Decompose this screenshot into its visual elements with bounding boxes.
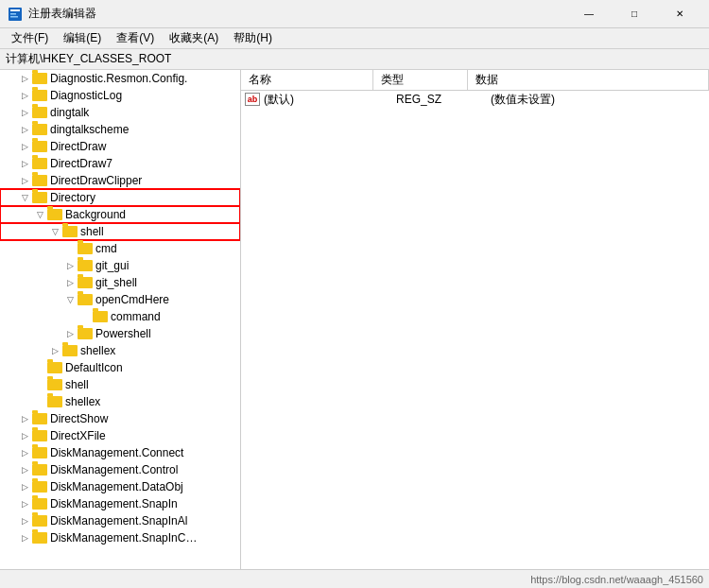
tree-item-diskmgmt-snapinal[interactable]: ▷ DiskManagement.SnapInAl (0, 512, 240, 529)
reg-type-icon: ab (245, 93, 260, 106)
tree-item-shell[interactable]: ▽ shell (0, 223, 240, 240)
item-label: shell (80, 225, 104, 238)
expand-icon: ▷ (17, 428, 32, 443)
tree-item-defaulticon[interactable]: ▷ DefaultIcon (0, 359, 240, 376)
item-label: Diagnostic.Resmon.Config. (50, 72, 187, 85)
col-header-name[interactable]: 名称 (241, 70, 373, 90)
folder-icon (47, 362, 62, 373)
tree-item-diskmgmt-snapinc[interactable]: ▷ DiskManagement.SnapInC… (0, 529, 240, 546)
folder-icon (93, 311, 108, 322)
menu-view[interactable]: 查看(V) (109, 28, 162, 48)
item-label: Background (65, 208, 126, 221)
item-label: DirectDraw (50, 140, 106, 153)
folder-icon (32, 141, 47, 152)
minimize-button[interactable]: — (567, 0, 611, 28)
folder-icon (32, 430, 47, 441)
tree-item-diskmgmt-dataobj[interactable]: ▷ DiskManagement.DataObj (0, 478, 240, 495)
folder-icon (32, 158, 47, 169)
expand-icon: ▷ (17, 530, 32, 545)
right-panel: 名称 类型 数据 ab (默认) REG_SZ (数值未设置) (241, 70, 709, 569)
folder-icon (47, 396, 62, 407)
expand-icon: ▽ (17, 190, 32, 205)
expand-icon: ▷ (17, 513, 32, 528)
item-label: git_shell (95, 276, 137, 289)
tree-item-diagnostic-resmon[interactable]: ▷ Diagnostic.Resmon.Config. (0, 70, 240, 87)
registry-row-default[interactable]: ab (默认) REG_SZ (数值未设置) (241, 91, 709, 108)
tree-item-diskmgmt-snapin[interactable]: ▷ DiskManagement.SnapIn (0, 495, 240, 512)
item-label: DirectShow (50, 412, 108, 425)
col-type-label: 类型 (381, 72, 404, 88)
menu-file[interactable]: 文件(F) (4, 28, 56, 48)
title-bar: 注册表编辑器 — □ ✕ (0, 0, 709, 28)
tree-item-directdrawclipper[interactable]: ▷ DirectDrawClipper (0, 172, 240, 189)
tree-item-command[interactable]: ▷ command (0, 308, 240, 325)
address-bar: 计算机\HKEY_CLASSES_ROOT (0, 49, 709, 70)
address-label: 计算机\HKEY_CLASSES_ROOT (6, 51, 171, 67)
item-label: openCmdHere (95, 293, 169, 306)
item-label: git_gui (95, 259, 129, 272)
tree-item-git-shell[interactable]: ▷ git_shell (0, 274, 240, 291)
main-content: ▷ Diagnostic.Resmon.Config. ▷ Diagnostic… (0, 70, 709, 569)
expand-icon: ▷ (62, 258, 78, 273)
tree-item-diskmgmt-connect[interactable]: ▷ DiskManagement.Connect (0, 444, 240, 461)
item-label: DiskManagement.Control (50, 463, 178, 476)
item-label: cmd (95, 242, 117, 255)
folder-icon (78, 294, 93, 305)
close-button[interactable]: ✕ (658, 0, 701, 28)
tree-item-directory[interactable]: ▽ Directory (0, 189, 240, 206)
tree-item-cmd[interactable]: ▷ cmd (0, 240, 240, 257)
expand-icon: ▷ (17, 122, 32, 137)
menu-edit[interactable]: 编辑(E) (56, 28, 109, 48)
item-label: Powershell (95, 327, 151, 340)
folder-icon (62, 226, 78, 237)
svg-rect-2 (10, 13, 16, 15)
folder-icon (32, 481, 47, 493)
window-title: 注册表编辑器 (28, 6, 567, 22)
tree-item-directdraw7[interactable]: ▷ DirectDraw7 (0, 155, 240, 172)
item-label: DiagnosticLog (50, 89, 122, 102)
tree-item-powershell[interactable]: ▷ Powershell (0, 325, 240, 342)
tree-item-diskmgmt-control[interactable]: ▷ DiskManagement.Control (0, 461, 240, 478)
tree-item-opencmdhere[interactable]: ▽ openCmdHere (0, 291, 240, 308)
expand-icon: ▷ (62, 275, 78, 290)
tree-item-shellex2[interactable]: ▷ shellex (0, 393, 240, 410)
expand-icon: ▽ (32, 207, 47, 222)
menu-bar: 文件(F) 编辑(E) 查看(V) 收藏夹(A) 帮助(H) (0, 28, 709, 49)
item-label: DiskManagement.SnapInC… (50, 531, 197, 545)
folder-icon (78, 328, 93, 339)
expand-icon: ▷ (17, 156, 32, 171)
expand-icon: ▷ (17, 173, 32, 188)
tree-item-background[interactable]: ▽ Background (0, 206, 240, 223)
col-header-type[interactable]: 类型 (373, 70, 468, 90)
item-label: dingtalkscheme (50, 123, 129, 136)
expand-icon: ▷ (17, 445, 32, 460)
tree-item-dingtalk[interactable]: ▷ dingtalk (0, 104, 240, 121)
maximize-button[interactable]: □ (613, 0, 656, 28)
expand-icon: ▷ (17, 88, 32, 103)
expand-icon: ▷ (17, 71, 32, 86)
tree-item-directdraw[interactable]: ▷ DirectDraw (0, 138, 240, 155)
expand-icon: ▷ (62, 326, 78, 341)
tree-item-git-gui[interactable]: ▷ git_gui (0, 257, 240, 274)
tree-item-diagnosticlog[interactable]: ▷ DiagnosticLog (0, 87, 240, 104)
col-header-data[interactable]: 数据 (468, 70, 709, 90)
reg-type: REG_SZ (396, 93, 491, 106)
folder-icon (47, 379, 62, 390)
tree-item-dingtalkscheme[interactable]: ▷ dingtalkscheme (0, 121, 240, 138)
menu-help[interactable]: 帮助(H) (226, 28, 280, 48)
item-label: DirectDrawClipper (50, 174, 142, 187)
folder-icon (32, 413, 47, 424)
folder-icon (32, 175, 47, 186)
folder-icon (47, 209, 62, 220)
tree-item-directxfile[interactable]: ▷ DirectXFile (0, 427, 240, 444)
expand-icon: ▷ (17, 105, 32, 120)
tree-item-shell2[interactable]: ▷ shell (0, 376, 240, 393)
tree-scroll[interactable]: ▷ Diagnostic.Resmon.Config. ▷ Diagnostic… (0, 70, 240, 569)
item-label: DiskManagement.SnapIn (50, 497, 178, 510)
folder-icon (32, 107, 47, 118)
tree-item-shellex[interactable]: ▷ shellex (0, 342, 240, 359)
menu-favorites[interactable]: 收藏夹(A) (162, 28, 226, 48)
tree-item-directshow[interactable]: ▷ DirectShow (0, 410, 240, 427)
item-label: shell (65, 378, 89, 391)
expand-icon: ▽ (47, 224, 62, 239)
